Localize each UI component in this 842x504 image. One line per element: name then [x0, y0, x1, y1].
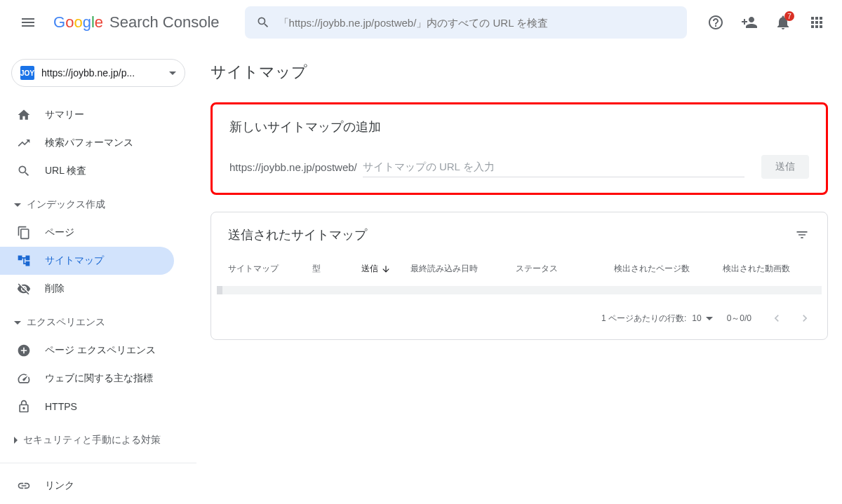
url-prefix: https://joybb.ne.jp/postweb/ [229, 161, 357, 173]
nav-section-experience[interactable]: エクスペリエンス [0, 308, 196, 336]
trending-icon [17, 136, 31, 150]
add-sitemap-title: 新しいサイトマップの追加 [229, 118, 809, 135]
col-sent[interactable]: 送信 [361, 263, 410, 275]
filter-icon [795, 228, 809, 242]
home-icon [17, 108, 31, 122]
nav-performance[interactable]: 検索パフォーマンス [0, 129, 174, 157]
page-icon [17, 226, 31, 240]
nav-label: サイトマップ [45, 254, 104, 267]
col-videos[interactable]: 検出された動画数 [723, 263, 810, 275]
divider [0, 463, 196, 463]
caret-down-icon [169, 71, 176, 75]
rows-per-page-label: 1 ページあたりの行数: [601, 313, 686, 325]
chevron-right-icon [798, 311, 812, 325]
nav-label: ページ [45, 226, 74, 239]
horizontal-scrollbar[interactable] [217, 286, 822, 294]
nav-label: 削除 [45, 282, 65, 295]
caret-right-icon [14, 437, 18, 444]
nav-label: 検索パフォーマンス [45, 137, 133, 149]
sitemap-icon [17, 254, 31, 268]
nav-sitemaps[interactable]: サイトマップ [0, 247, 174, 275]
col-last-read[interactable]: 最終読み込み日時 [410, 263, 516, 275]
sitemap-url-input[interactable] [363, 156, 744, 177]
pagination-range: 0～0/0 [727, 313, 751, 325]
nav-label: URL 検査 [45, 165, 86, 177]
section-label: インデックス作成 [27, 198, 105, 211]
table-header-row: サイトマップ 型 送信 最終読み込み日時 ステータス 検出されたページ数 検出さ… [211, 254, 827, 283]
nav-label: サマリー [45, 109, 84, 121]
nav-page-experience[interactable]: ページ エクスペリエンス [0, 336, 174, 365]
logo[interactable]: Google Search Console [53, 13, 220, 32]
scrollbar-thumb[interactable] [217, 286, 222, 294]
product-name: Search Console [109, 13, 220, 32]
nav-settings[interactable]: 設定 [0, 500, 174, 504]
nav-summary[interactable]: サマリー [0, 101, 174, 129]
arrow-down-icon [381, 264, 391, 274]
visibility-off-icon [17, 282, 31, 296]
google-logo-icon: Google [53, 14, 105, 31]
search-icon [256, 15, 270, 29]
page-title: サイトマップ [210, 62, 828, 83]
sidebar: JOY https://joybb.ne.jp/p... サマリー 検索パフォー… [0, 45, 196, 504]
filter-button[interactable] [794, 226, 810, 243]
nav-label: HTTPS [45, 401, 77, 412]
nav-label: ウェブに関する主な指標 [45, 372, 153, 385]
submit-button[interactable]: 送信 [761, 155, 809, 179]
search-bar[interactable] [245, 6, 687, 39]
submitted-sitemaps-card: 送信されたサイトマップ サイトマップ 型 送信 最終読み込み日時 ステータス 検… [210, 212, 828, 340]
menu-button[interactable] [11, 6, 45, 39]
col-sitemap[interactable]: サイトマップ [228, 263, 312, 275]
nav-section-security[interactable]: セキュリティと手動による対策 [0, 426, 196, 454]
nav-url-inspect[interactable]: URL 検査 [0, 157, 174, 185]
pagination: 1 ページあたりの行数: 10 0～0/0 [211, 297, 827, 339]
rows-per-page-select[interactable]: 10 [692, 313, 712, 323]
nav-core-vitals[interactable]: ウェブに関する主な指標 [0, 365, 174, 393]
col-pages[interactable]: 検出されたページ数 [614, 263, 723, 275]
person-add-icon [741, 14, 758, 31]
users-button[interactable] [735, 8, 763, 36]
section-label: セキュリティと手動による対策 [23, 434, 161, 447]
nav-https[interactable]: HTTPS [0, 393, 174, 421]
nav-section-index[interactable]: インデックス作成 [0, 191, 196, 219]
nav-label: ページ エクスペリエンス [45, 344, 156, 357]
hamburger-icon [20, 14, 36, 31]
table-title: 送信されたサイトマップ [228, 226, 367, 243]
nav-label: リンク [45, 479, 74, 492]
lock-icon [17, 400, 31, 414]
caret-down-icon [14, 321, 21, 325]
caret-down-icon [14, 203, 21, 207]
notification-badge: 7 [784, 11, 794, 21]
prev-page-button[interactable] [766, 307, 788, 329]
next-page-button[interactable] [794, 307, 816, 329]
nav-links[interactable]: リンク [0, 472, 174, 500]
main-content: サイトマップ 新しいサイトマップの追加 https://joybb.ne.jp/… [196, 45, 842, 504]
help-icon [707, 14, 724, 31]
col-type[interactable]: 型 [312, 263, 361, 275]
svg-text:Google: Google [53, 14, 103, 31]
speed-icon [17, 372, 31, 386]
property-favicon: JOY [20, 66, 34, 80]
nav-pages[interactable]: ページ [0, 219, 174, 247]
help-button[interactable] [702, 8, 730, 36]
circle-plus-icon [17, 343, 31, 357]
search-icon [17, 164, 31, 178]
chevron-left-icon [770, 311, 784, 325]
link-icon [17, 479, 31, 493]
nav-removals[interactable]: 削除 [0, 275, 174, 303]
property-label: https://joybb.ne.jp/p... [41, 67, 162, 79]
col-status[interactable]: ステータス [516, 263, 614, 275]
section-label: エクスペリエンス [27, 316, 105, 329]
caret-down-icon [706, 317, 713, 320]
notifications-button[interactable]: 7 [769, 8, 797, 36]
add-sitemap-card: 新しいサイトマップの追加 https://joybb.ne.jp/postweb… [210, 102, 828, 195]
url-search-input[interactable] [279, 17, 676, 29]
property-selector[interactable]: JOY https://joybb.ne.jp/p... [11, 59, 185, 87]
apps-grid-icon [808, 14, 825, 31]
apps-button[interactable] [803, 8, 831, 36]
